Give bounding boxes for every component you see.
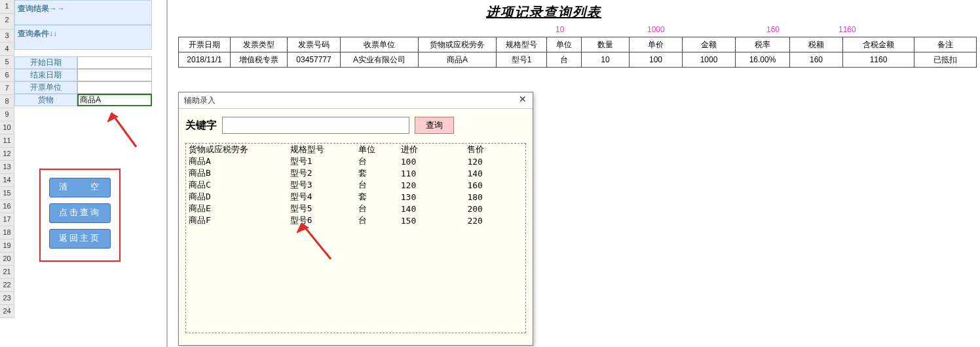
row-header: 12 (0, 148, 14, 161)
table-header: 发票号码 (288, 37, 341, 52)
table-header: 开票日期 (179, 37, 231, 52)
list-cell: 套 (356, 167, 398, 179)
row-header: 13 (0, 161, 14, 174)
close-icon[interactable]: ✕ (517, 94, 529, 106)
list-cell: 型号3 (288, 179, 356, 191)
keyword-label: 关键字 (185, 119, 217, 133)
list-cell: 商品C (186, 179, 288, 191)
row-header: 14 (0, 174, 14, 187)
query-button[interactable]: 点击查询 (49, 203, 111, 223)
table-header: 货物或应税劳务 (419, 37, 497, 52)
list-cell: 台 (356, 179, 398, 191)
list-cell: 台 (356, 155, 398, 167)
row-header: 22 (0, 279, 14, 292)
issuer-input[interactable] (77, 81, 152, 94)
clear-button[interactable]: 清 空 (49, 178, 111, 197)
row-header: 4 (0, 43, 14, 56)
issuer-row: 开票单位 (14, 81, 152, 94)
table-cell: 100 (630, 52, 683, 68)
end-date-input[interactable] (77, 69, 152, 81)
list-cell: 140 (464, 167, 525, 179)
list-item[interactable]: 商品E型号5台140200 (186, 203, 525, 214)
table-cell: 已抵扣 (914, 52, 977, 68)
list-header-cell: 规格型号 (288, 144, 356, 155)
table-cell: 型号1 (497, 52, 547, 68)
table-cell: 1000 (683, 52, 736, 68)
row-header: 6 (0, 69, 14, 82)
end-date-row: 结束日期 (14, 69, 152, 81)
list-cell: 150 (398, 214, 465, 226)
list-cell: 台 (356, 214, 398, 226)
query-condition-link[interactable]: 查询条件↓↓ (14, 25, 152, 50)
start-date-row: 开始日期 (14, 56, 152, 69)
list-cell: 型号2 (288, 167, 356, 179)
table-cell: 增值税专票 (231, 52, 288, 68)
row-header: 21 (0, 266, 14, 279)
dialog-list[interactable]: 货物或应税劳务规格型号单位进价售价商品A型号1台100120商品B型号2套110… (185, 143, 526, 333)
issuer-label: 开票单位 (14, 81, 77, 94)
list-cell: 130 (398, 191, 465, 203)
table-cell: 03457777 (288, 52, 341, 68)
dialog-query-button[interactable]: 查询 (415, 117, 454, 134)
keyword-input[interactable] (222, 117, 409, 134)
start-date-input[interactable] (77, 56, 152, 69)
table-header: 备注 (914, 37, 977, 52)
row-header: 9 (0, 108, 14, 121)
table-cell: 2018/11/1 (179, 52, 231, 68)
list-item[interactable]: 商品A型号1台100120 (186, 155, 525, 167)
table-header: 规格型号 (497, 37, 547, 52)
row-header: 20 (0, 253, 14, 266)
arrow-icon (104, 108, 143, 153)
list-header-cell: 单位 (356, 144, 398, 155)
row-header: 17 (0, 213, 14, 226)
button-block: 清 空 点击查询 返回主页 (39, 169, 121, 262)
row-header: 19 (0, 239, 14, 253)
query-result-link[interactable]: 查询结果→→ (14, 0, 152, 25)
list-item[interactable]: 商品C型号3台120160 (186, 179, 525, 191)
list-item[interactable]: 商品F型号6台150220 (186, 214, 525, 226)
table-header: 含税金额 (843, 37, 914, 52)
dialog-titlebar[interactable]: 辅助录入 ✕ (179, 92, 533, 109)
list-cell: 220 (464, 214, 525, 226)
table-cell: 16.00% (736, 52, 790, 68)
list-cell: 120 (464, 155, 525, 167)
list-header-cell: 进价 (398, 144, 465, 155)
back-button[interactable]: 返回主页 (49, 229, 111, 249)
table-header: 金额 (683, 37, 736, 52)
list-cell: 商品A (186, 155, 288, 167)
pane-divider (166, 0, 168, 347)
list-cell: 商品E (186, 203, 288, 214)
table-header: 数量 (582, 37, 630, 52)
list-cell: 160 (464, 179, 525, 191)
row-header: 10 (0, 121, 14, 134)
list-header-cell: 售价 (464, 144, 525, 155)
row-header: 2 (0, 14, 14, 30)
table-cell: 商品A (419, 52, 497, 68)
page-title: 进项记录查询列表 (486, 3, 601, 21)
start-date-label: 开始日期 (14, 56, 77, 69)
table-cell: 160 (790, 52, 843, 68)
row-header: 5 (0, 56, 14, 69)
summary-qty: 10 (556, 25, 564, 34)
list-item[interactable]: 商品D型号4套130180 (186, 191, 525, 203)
goods-input[interactable]: 商品A (77, 94, 152, 106)
row-header: 8 (0, 95, 14, 108)
helper-dialog: 辅助录入 ✕ 关键字 查询 货物或应税劳务规格型号单位进价售价商品A型号1台10… (178, 92, 533, 346)
dialog-search-row: 关键字 查询 (179, 109, 533, 139)
table-header: 税率 (736, 37, 790, 52)
list-cell: 型号5 (288, 203, 356, 214)
list-cell: 商品B (186, 167, 288, 179)
table-row[interactable]: 2018/11/1增值税专票03457777A实业有限公司商品A型号1台1010… (179, 52, 977, 68)
row-header: 24 (0, 305, 14, 318)
list-cell: 200 (464, 203, 525, 214)
summary-tax: 160 (766, 25, 780, 34)
list-cell: 180 (464, 191, 525, 203)
table-header: 收票单位 (341, 37, 419, 52)
goods-row: 货物 商品A (14, 94, 152, 106)
row-header: 15 (0, 187, 14, 200)
arrow-icon (292, 216, 344, 269)
left-pane: 查询结果→→ 查询条件↓↓ 开始日期 结束日期 开票单位 货物 商品A 清 空 … (14, 0, 152, 106)
list-cell: 台 (356, 203, 398, 214)
list-cell: 型号1 (288, 155, 356, 167)
list-item[interactable]: 商品B型号2套110140 (186, 167, 525, 179)
